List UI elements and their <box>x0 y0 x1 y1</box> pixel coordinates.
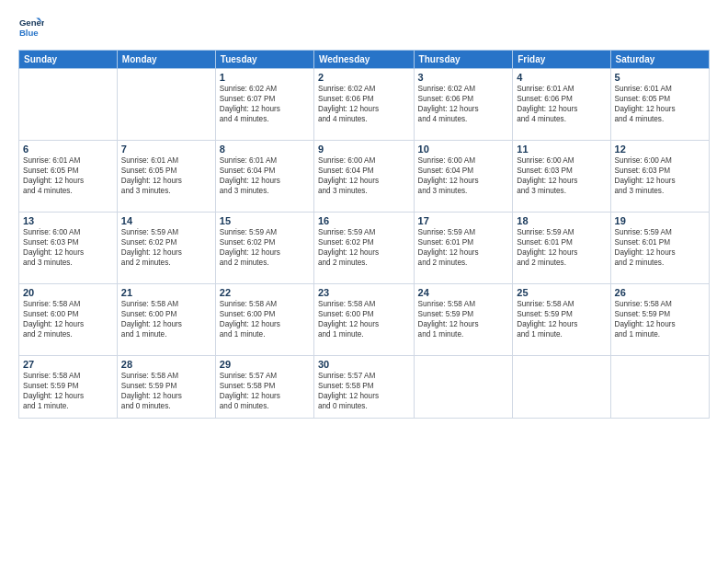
calendar-cell: 9Sunrise: 6:00 AMSunset: 6:04 PMDaylight… <box>313 141 414 213</box>
calendar-cell: 14Sunrise: 5:59 AMSunset: 6:02 PMDayligh… <box>117 213 215 284</box>
calendar-cell: 8Sunrise: 6:01 AMSunset: 6:04 PMDaylight… <box>215 141 313 213</box>
svg-text:General: General <box>19 17 44 28</box>
day-number: 20 <box>23 287 113 298</box>
header-day-saturday: Saturday <box>610 51 709 69</box>
day-number: 28 <box>121 359 211 370</box>
calendar-cell: 29Sunrise: 5:57 AMSunset: 5:58 PMDayligh… <box>215 356 313 419</box>
calendar-cell: 23Sunrise: 5:58 AMSunset: 6:00 PMDayligh… <box>313 284 414 356</box>
calendar-cell: 19Sunrise: 5:59 AMSunset: 6:01 PMDayligh… <box>610 213 709 284</box>
day-info: Sunrise: 6:01 AMSunset: 6:05 PMDaylight:… <box>615 84 705 124</box>
day-number: 26 <box>615 287 705 298</box>
calendar-cell: 10Sunrise: 6:00 AMSunset: 6:04 PMDayligh… <box>414 141 513 213</box>
day-number: 12 <box>615 144 705 155</box>
day-info: Sunrise: 6:02 AMSunset: 6:07 PMDaylight:… <box>220 84 310 124</box>
day-number: 7 <box>121 144 211 155</box>
calendar-cell <box>414 356 513 419</box>
calendar-cell: 24Sunrise: 5:58 AMSunset: 5:59 PMDayligh… <box>414 284 513 356</box>
day-info: Sunrise: 5:58 AMSunset: 6:00 PMDaylight:… <box>220 299 310 339</box>
header-day-thursday: Thursday <box>414 51 513 69</box>
calendar-cell <box>117 69 215 141</box>
day-number: 13 <box>23 215 113 226</box>
day-info: Sunrise: 6:02 AMSunset: 6:06 PMDaylight:… <box>318 84 410 124</box>
day-number: 2 <box>318 72 410 83</box>
day-number: 1 <box>220 72 310 83</box>
day-info: Sunrise: 5:58 AMSunset: 6:00 PMDaylight:… <box>318 299 410 339</box>
header-day-tuesday: Tuesday <box>215 51 313 69</box>
header-day-wednesday: Wednesday <box>313 51 414 69</box>
day-number: 16 <box>318 215 410 226</box>
logo: General Blue <box>18 15 48 40</box>
calendar-cell: 7Sunrise: 6:01 AMSunset: 6:05 PMDaylight… <box>117 141 215 213</box>
logo-icon: General Blue <box>18 15 44 40</box>
calendar-cell: 16Sunrise: 5:59 AMSunset: 6:02 PMDayligh… <box>313 213 414 284</box>
day-info: Sunrise: 5:57 AMSunset: 5:58 PMDaylight:… <box>318 371 410 411</box>
day-info: Sunrise: 5:59 AMSunset: 6:01 PMDaylight:… <box>418 227 509 268</box>
day-info: Sunrise: 6:01 AMSunset: 6:06 PMDaylight:… <box>517 84 606 124</box>
week-row-5: 27Sunrise: 5:58 AMSunset: 5:59 PMDayligh… <box>19 356 710 419</box>
day-info: Sunrise: 6:02 AMSunset: 6:06 PMDaylight:… <box>418 84 509 124</box>
calendar-header-row: SundayMondayTuesdayWednesdayThursdayFrid… <box>19 51 710 69</box>
calendar-cell <box>610 356 709 419</box>
day-info: Sunrise: 6:01 AMSunset: 6:05 PMDaylight:… <box>23 155 113 196</box>
day-number: 3 <box>418 72 509 83</box>
calendar-cell: 28Sunrise: 5:58 AMSunset: 5:59 PMDayligh… <box>117 356 215 419</box>
calendar-cell: 22Sunrise: 5:58 AMSunset: 6:00 PMDayligh… <box>215 284 313 356</box>
day-info: Sunrise: 6:00 AMSunset: 6:03 PMDaylight:… <box>23 227 113 268</box>
day-number: 10 <box>418 144 509 155</box>
calendar-cell: 27Sunrise: 5:58 AMSunset: 5:59 PMDayligh… <box>19 356 118 419</box>
day-info: Sunrise: 5:58 AMSunset: 5:59 PMDaylight:… <box>418 299 509 339</box>
header-day-monday: Monday <box>117 51 215 69</box>
day-number: 27 <box>23 359 113 370</box>
day-info: Sunrise: 6:01 AMSunset: 6:05 PMDaylight:… <box>121 155 211 196</box>
calendar-cell: 2Sunrise: 6:02 AMSunset: 6:06 PMDaylight… <box>313 69 414 141</box>
week-row-1: 1Sunrise: 6:02 AMSunset: 6:07 PMDaylight… <box>19 69 710 141</box>
day-info: Sunrise: 6:00 AMSunset: 6:03 PMDaylight:… <box>615 155 705 196</box>
day-info: Sunrise: 5:58 AMSunset: 6:00 PMDaylight:… <box>121 299 211 339</box>
day-info: Sunrise: 5:59 AMSunset: 6:01 PMDaylight:… <box>517 227 606 268</box>
day-info: Sunrise: 6:00 AMSunset: 6:04 PMDaylight:… <box>418 155 509 196</box>
day-number: 24 <box>418 287 509 298</box>
day-info: Sunrise: 5:58 AMSunset: 5:59 PMDaylight:… <box>121 371 211 411</box>
day-number: 23 <box>318 287 410 298</box>
calendar-cell: 4Sunrise: 6:01 AMSunset: 6:06 PMDaylight… <box>513 69 610 141</box>
day-number: 25 <box>517 287 606 298</box>
calendar-cell: 6Sunrise: 6:01 AMSunset: 6:05 PMDaylight… <box>19 141 118 213</box>
calendar-cell: 30Sunrise: 5:57 AMSunset: 5:58 PMDayligh… <box>313 356 414 419</box>
header-day-sunday: Sunday <box>19 51 118 69</box>
calendar-cell: 18Sunrise: 5:59 AMSunset: 6:01 PMDayligh… <box>513 213 610 284</box>
day-info: Sunrise: 5:59 AMSunset: 6:02 PMDaylight:… <box>121 227 211 268</box>
calendar-cell: 13Sunrise: 6:00 AMSunset: 6:03 PMDayligh… <box>19 213 118 284</box>
day-info: Sunrise: 5:58 AMSunset: 6:00 PMDaylight:… <box>23 299 113 339</box>
calendar-cell: 20Sunrise: 5:58 AMSunset: 6:00 PMDayligh… <box>19 284 118 356</box>
day-info: Sunrise: 5:58 AMSunset: 5:59 PMDaylight:… <box>517 299 606 339</box>
day-info: Sunrise: 5:59 AMSunset: 6:02 PMDaylight:… <box>220 227 310 268</box>
header-day-friday: Friday <box>513 51 610 69</box>
day-info: Sunrise: 6:00 AMSunset: 6:04 PMDaylight:… <box>318 155 410 196</box>
page: General Blue SundayMondayTuesdayWednesda… <box>0 0 728 563</box>
day-number: 21 <box>121 287 211 298</box>
day-number: 8 <box>220 144 310 155</box>
calendar-cell <box>19 69 118 141</box>
calendar-cell: 25Sunrise: 5:58 AMSunset: 5:59 PMDayligh… <box>513 284 610 356</box>
day-info: Sunrise: 5:58 AMSunset: 5:59 PMDaylight:… <box>23 371 113 411</box>
calendar-cell <box>513 356 610 419</box>
day-number: 15 <box>220 215 310 226</box>
calendar-cell: 26Sunrise: 5:58 AMSunset: 5:59 PMDayligh… <box>610 284 709 356</box>
day-info: Sunrise: 5:57 AMSunset: 5:58 PMDaylight:… <box>220 371 310 411</box>
week-row-3: 13Sunrise: 6:00 AMSunset: 6:03 PMDayligh… <box>19 213 710 284</box>
calendar-cell: 1Sunrise: 6:02 AMSunset: 6:07 PMDaylight… <box>215 69 313 141</box>
day-info: Sunrise: 5:58 AMSunset: 5:59 PMDaylight:… <box>615 299 705 339</box>
day-number: 11 <box>517 144 606 155</box>
calendar-cell: 15Sunrise: 5:59 AMSunset: 6:02 PMDayligh… <box>215 213 313 284</box>
calendar-cell: 21Sunrise: 5:58 AMSunset: 6:00 PMDayligh… <box>117 284 215 356</box>
day-number: 4 <box>517 72 606 83</box>
calendar-cell: 12Sunrise: 6:00 AMSunset: 6:03 PMDayligh… <box>610 141 709 213</box>
day-number: 5 <box>615 72 705 83</box>
header: General Blue <box>18 15 710 40</box>
calendar-cell: 11Sunrise: 6:00 AMSunset: 6:03 PMDayligh… <box>513 141 610 213</box>
day-info: Sunrise: 5:59 AMSunset: 6:01 PMDaylight:… <box>615 227 705 268</box>
day-info: Sunrise: 5:59 AMSunset: 6:02 PMDaylight:… <box>318 227 410 268</box>
day-info: Sunrise: 6:00 AMSunset: 6:03 PMDaylight:… <box>517 155 606 196</box>
day-number: 18 <box>517 215 606 226</box>
calendar-cell: 5Sunrise: 6:01 AMSunset: 6:05 PMDaylight… <box>610 69 709 141</box>
